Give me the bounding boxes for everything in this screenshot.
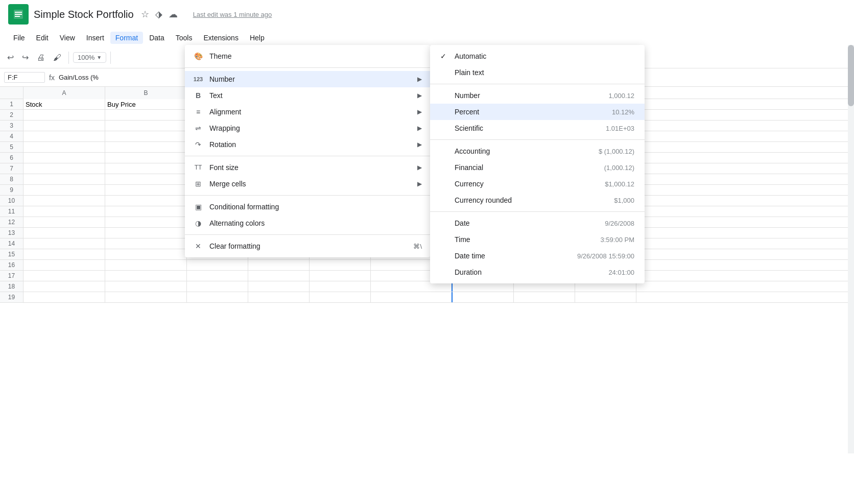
cell[interactable] <box>105 185 187 195</box>
format-menu[interactable]: 🎨 Theme 123 Number ▶ B Text ▶ ≡ Alignmen… <box>185 45 430 257</box>
cell[interactable] <box>23 131 105 141</box>
cell[interactable] <box>23 217 105 227</box>
cell[interactable]: Stock <box>23 99 105 109</box>
cell[interactable] <box>371 292 453 302</box>
cell[interactable] <box>23 206 105 217</box>
cell[interactable] <box>23 281 105 292</box>
vertical-scrollbar[interactable] <box>848 45 854 453</box>
paint-format-button[interactable]: 🖌 <box>50 51 64 64</box>
number-scientific-item[interactable]: Scientific 1.01E+03 <box>430 120 645 136</box>
format-conditional-item[interactable]: ▣ Conditional formatting <box>185 199 430 215</box>
format-mergecells-item[interactable]: ⊞ Merge cells ▶ <box>185 176 430 192</box>
cell[interactable] <box>105 153 187 163</box>
cell[interactable] <box>514 292 575 302</box>
number-plaintext-item[interactable]: Plain text <box>430 64 645 81</box>
menu-view[interactable]: View <box>55 32 80 44</box>
cell[interactable] <box>453 292 514 302</box>
cell[interactable] <box>187 281 248 292</box>
cell[interactable] <box>310 271 371 281</box>
cell[interactable] <box>23 292 105 302</box>
cell[interactable] <box>105 281 187 292</box>
number-percent-item[interactable]: Percent 10.12% <box>430 104 645 120</box>
cell[interactable] <box>248 260 310 270</box>
format-fontsize-item[interactable]: TT Font size ▶ <box>185 159 430 176</box>
cell[interactable] <box>105 121 187 131</box>
cell[interactable] <box>23 238 105 249</box>
format-number-item[interactable]: 123 Number ▶ <box>185 71 430 87</box>
col-header-a[interactable]: A <box>23 87 105 99</box>
col-header-b[interactable]: B <box>105 87 187 99</box>
cell[interactable] <box>105 238 187 249</box>
cell[interactable] <box>105 292 187 302</box>
menu-format[interactable]: Format <box>110 32 143 44</box>
cell[interactable] <box>105 174 187 184</box>
menu-tools[interactable]: Tools <box>171 32 198 44</box>
cell[interactable] <box>105 206 187 217</box>
cell[interactable] <box>23 110 105 120</box>
cell-reference[interactable]: F:F <box>4 72 45 83</box>
cell[interactable] <box>105 249 187 259</box>
number-accounting-item[interactable]: Accounting $ (1,000.12) <box>430 143 645 159</box>
star-icon[interactable]: ☆ <box>141 9 149 20</box>
format-theme-item[interactable]: 🎨 Theme <box>185 48 430 64</box>
menu-help[interactable]: Help <box>245 32 270 44</box>
number-financial-item[interactable]: Financial (1,000.12) <box>430 159 645 176</box>
menu-edit[interactable]: Edit <box>31 32 54 44</box>
cell[interactable] <box>248 292 310 302</box>
cell[interactable] <box>23 228 105 238</box>
folder-icon[interactable]: ⬗ <box>155 9 162 20</box>
cell[interactable] <box>105 142 187 152</box>
cell[interactable] <box>23 271 105 281</box>
number-automatic-item[interactable]: ✓ Automatic <box>430 48 645 64</box>
cell[interactable]: Buy Price <box>105 99 187 109</box>
menu-data[interactable]: Data <box>144 32 170 44</box>
cell[interactable] <box>23 249 105 259</box>
number-number-item[interactable]: Number 1,000.12 <box>430 87 645 104</box>
cell[interactable] <box>310 260 371 270</box>
format-clearformatting-item[interactable]: ✕ Clear formatting ⌘\ <box>185 238 430 254</box>
cell[interactable] <box>23 174 105 184</box>
cell[interactable] <box>575 292 636 302</box>
format-text-item[interactable]: B Text ▶ <box>185 87 430 104</box>
cell[interactable] <box>105 110 187 120</box>
undo-button[interactable]: ↩ <box>4 51 17 64</box>
print-button[interactable]: 🖨 <box>34 51 48 64</box>
scrollbar-thumb[interactable] <box>848 45 854 106</box>
cell[interactable] <box>105 260 187 270</box>
cell[interactable] <box>105 228 187 238</box>
cell[interactable] <box>248 271 310 281</box>
zoom-selector[interactable]: 100% ▼ <box>73 52 106 63</box>
cell[interactable] <box>23 142 105 152</box>
number-time-item[interactable]: Time 3:59:00 PM <box>430 231 645 248</box>
redo-button[interactable]: ↪ <box>19 51 32 64</box>
cell[interactable] <box>23 185 105 195</box>
format-alignment-item[interactable]: ≡ Alignment ▶ <box>185 104 430 120</box>
number-currencyrounded-item[interactable]: Currency rounded $1,000 <box>430 192 645 208</box>
cell[interactable] <box>23 121 105 131</box>
cell[interactable] <box>23 196 105 206</box>
number-date-item[interactable]: Date 9/26/2008 <box>430 215 645 231</box>
cell[interactable] <box>187 271 248 281</box>
cell[interactable] <box>105 131 187 141</box>
format-rotation-item[interactable]: ↷ Rotation ▶ <box>185 136 430 153</box>
format-alternating-item[interactable]: ◑ Alternating colors <box>185 215 430 231</box>
number-duration-item[interactable]: Duration 24:01:00 <box>430 264 645 280</box>
cell[interactable] <box>310 281 371 292</box>
cell[interactable] <box>105 217 187 227</box>
menu-extensions[interactable]: Extensions <box>198 32 243 44</box>
cell[interactable] <box>105 271 187 281</box>
menu-file[interactable]: File <box>8 32 30 44</box>
number-currency-item[interactable]: Currency $1,000.12 <box>430 176 645 192</box>
cell[interactable] <box>248 281 310 292</box>
cell[interactable] <box>105 163 187 174</box>
number-submenu[interactable]: ✓ Automatic Plain text Number 1,000.12 P… <box>430 45 645 283</box>
cell[interactable] <box>310 292 371 302</box>
cell[interactable] <box>23 163 105 174</box>
cell[interactable] <box>187 260 248 270</box>
number-datetime-item[interactable]: Date time 9/26/2008 15:59:00 <box>430 248 645 264</box>
cell[interactable] <box>105 196 187 206</box>
menu-insert[interactable]: Insert <box>81 32 109 44</box>
cell[interactable] <box>23 260 105 270</box>
cell[interactable] <box>23 153 105 163</box>
format-wrapping-item[interactable]: ⇌ Wrapping ▶ <box>185 120 430 136</box>
